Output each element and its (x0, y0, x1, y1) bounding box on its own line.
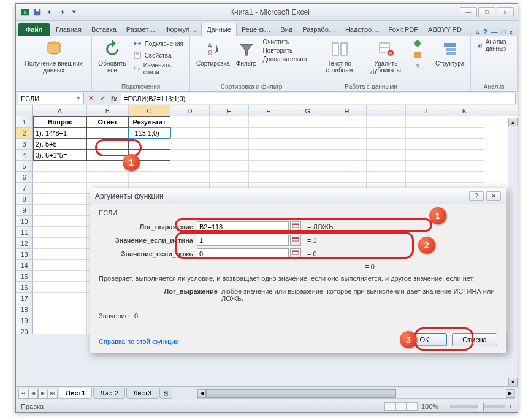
tab-developer[interactable]: Разрабо… (297, 23, 340, 36)
cell-G6[interactable] (288, 172, 327, 183)
cell-G3[interactable] (288, 139, 327, 150)
cell-A11[interactable] (33, 227, 87, 238)
ok-button[interactable]: ОК (402, 333, 447, 346)
column-header-H[interactable]: H (327, 105, 367, 116)
column-header-B[interactable]: B (87, 105, 129, 116)
data-validation-button[interactable] (411, 38, 424, 49)
cell-J6[interactable] (406, 172, 445, 183)
arg-iffalse-input[interactable] (197, 248, 289, 259)
row-header-14[interactable]: 14 (16, 260, 33, 271)
select-all-corner[interactable] (16, 105, 33, 116)
arg-iftrue-input[interactable] (197, 235, 289, 246)
cell-A12[interactable] (33, 238, 87, 249)
qat-dropdown-icon[interactable]: ▾ (69, 7, 80, 18)
cell-A13[interactable] (33, 249, 87, 260)
refresh-all-button[interactable]: Обновить все (97, 38, 127, 75)
sheet-nav-next[interactable]: ▶ (38, 389, 48, 399)
zoom-slider[interactable] (450, 405, 505, 408)
external-data-button[interactable]: Получение внешних данных (21, 38, 86, 75)
consolidate-button[interactable] (411, 50, 424, 61)
redo-icon[interactable] (56, 7, 67, 18)
cell-F6[interactable] (249, 172, 288, 183)
view-normal-button[interactable] (384, 402, 395, 411)
row-header-16[interactable]: 16 (16, 282, 33, 293)
tab-review[interactable]: Реценз… (237, 23, 275, 36)
cell-C6[interactable] (129, 172, 170, 183)
fx-button[interactable]: fx (109, 93, 120, 104)
cell-I5[interactable] (367, 161, 406, 172)
collapse-dialog-icon[interactable] (290, 248, 301, 259)
cell-J5[interactable] (406, 161, 445, 172)
column-header-C[interactable]: C (129, 105, 170, 116)
column-header-I[interactable]: I (367, 105, 406, 116)
cell-D2[interactable] (170, 128, 210, 139)
text-to-columns-button[interactable]: Текст по столбцам (318, 38, 360, 75)
tab-addins[interactable]: Надстро… (340, 23, 383, 36)
cell-F2[interactable] (249, 128, 288, 139)
cell-I3[interactable] (367, 139, 406, 150)
column-header-G[interactable]: G (288, 105, 327, 116)
row-header-6[interactable]: 6 (16, 172, 33, 183)
view-layout-button[interactable] (395, 402, 407, 411)
tab-foxit[interactable]: Foxit PDF (383, 23, 423, 36)
properties-button[interactable]: Свойства (131, 50, 185, 61)
row-header-9[interactable]: 9 (16, 205, 33, 216)
row-header-15[interactable]: 15 (16, 271, 33, 282)
doc-close-icon[interactable]: x (510, 28, 513, 36)
row-header-17[interactable]: 17 (16, 293, 33, 304)
maximize-button[interactable]: □ (478, 7, 495, 17)
cell-A1[interactable]: Вопрос (33, 116, 87, 128)
zoom-out-button[interactable]: − (442, 403, 446, 410)
horizontal-scrollbar[interactable]: ◀ ▶ (197, 389, 515, 399)
cell-D1[interactable] (170, 116, 210, 128)
row-header-20[interactable]: 20 (16, 326, 33, 334)
file-tab[interactable]: Файл (18, 23, 50, 36)
remove-duplicates-button[interactable]: ✕ Удалить дубликаты (364, 38, 408, 75)
cell-F3[interactable] (249, 139, 288, 150)
cell-E5[interactable] (210, 161, 249, 172)
cell-A19[interactable] (33, 315, 87, 326)
cell-H1[interactable] (327, 116, 367, 128)
cell-A10[interactable] (33, 216, 87, 227)
cell-E6[interactable] (210, 172, 249, 183)
cell-A4[interactable]: 3). 6+1*5= (33, 150, 87, 161)
row-header-1[interactable]: 1 (16, 116, 33, 128)
cell-A9[interactable] (33, 205, 87, 216)
cell-C2[interactable]: =113;1;0) (129, 128, 170, 139)
column-header-F[interactable]: F (249, 105, 288, 116)
tab-data[interactable]: Данные (201, 23, 237, 36)
sheet-tab-new[interactable]: ⎘ (159, 388, 172, 399)
vertical-scrollbar[interactable]: ▲ ▼ (508, 118, 518, 386)
data-analysis-button[interactable]: Анализ данных (476, 38, 512, 53)
close-button[interactable]: x (497, 7, 514, 17)
minimize-button[interactable]: — (460, 7, 477, 17)
cell-G2[interactable] (288, 128, 327, 139)
collapse-dialog-icon[interactable] (290, 235, 301, 246)
undo-icon[interactable] (44, 7, 55, 18)
outline-button[interactable]: Структура (434, 38, 465, 68)
cell-K5[interactable] (445, 161, 484, 172)
zoom-level[interactable]: 100% (421, 403, 438, 410)
collapse-dialog-icon[interactable] (290, 221, 301, 232)
cell-H2[interactable] (327, 128, 367, 139)
formula-cancel-button[interactable]: ✕ (85, 93, 96, 104)
cell-H6[interactable] (327, 172, 367, 183)
tab-abbyy[interactable]: ABBYY PD (423, 23, 467, 36)
cell-D4[interactable] (170, 150, 210, 161)
cell-F1[interactable] (249, 116, 288, 128)
save-icon[interactable] (32, 7, 43, 18)
column-header-D[interactable]: D (170, 105, 210, 116)
cell-A2[interactable]: 1). 14*8+1= (33, 128, 87, 139)
cell-E1[interactable] (210, 116, 249, 128)
cell-B6[interactable] (87, 172, 129, 183)
zoom-in-button[interactable]: + (509, 403, 513, 410)
hscroll-left[interactable]: ◀ (197, 389, 206, 398)
cell-D5[interactable] (170, 161, 210, 172)
sheet-nav-first[interactable]: ⏮ (18, 389, 28, 399)
cell-A5[interactable] (33, 161, 87, 172)
cell-I4[interactable] (367, 150, 406, 161)
tab-layout[interactable]: Размет… (121, 23, 160, 36)
tab-home[interactable]: Главная (51, 23, 86, 36)
row-header-4[interactable]: 4 (16, 150, 33, 161)
cell-G4[interactable] (288, 150, 327, 161)
